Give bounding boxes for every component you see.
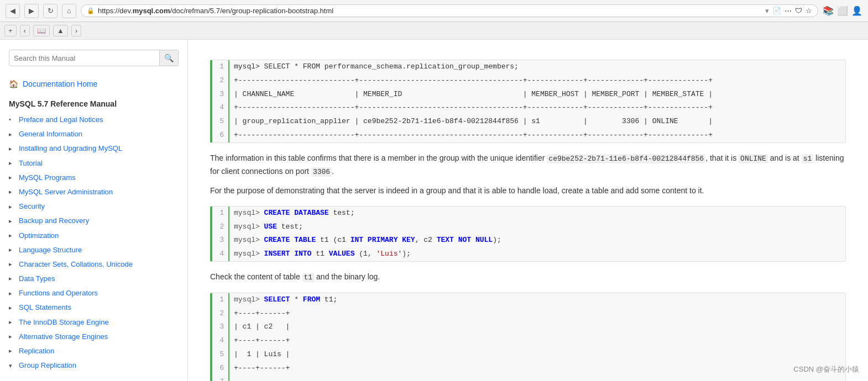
code-line: 4mysql> INSERT INTO t1 VALUES (1, 'Luis'… bbox=[212, 247, 845, 261]
code-line: 6+----+------+ bbox=[212, 362, 845, 375]
nav-item-label: The InnoDB Storage Engine bbox=[19, 318, 109, 327]
line-number: 1 bbox=[212, 60, 229, 74]
nav-item-label: Data Types bbox=[19, 274, 55, 284]
nav-item-label: Functions and Operators bbox=[19, 288, 98, 298]
code-block-3: 1mysql> SELECT * FROM t1;2+----+------+3… bbox=[210, 293, 846, 381]
nav-item-label: Language Structure bbox=[19, 245, 82, 255]
sidebar-nav-item[interactable]: SQL Statements bbox=[0, 300, 187, 315]
toolbar-forward-button[interactable]: › bbox=[71, 25, 81, 36]
profile-icon[interactable]: 👤 bbox=[851, 6, 862, 16]
code-block-2: 1mysql> CREATE DATABASE test;2mysql> USE… bbox=[210, 206, 846, 262]
search-input[interactable] bbox=[9, 51, 159, 66]
line-number: 4 bbox=[212, 101, 229, 115]
code-text: +----+------+ bbox=[229, 307, 845, 321]
chevron-down-icon: ▾ bbox=[765, 7, 769, 15]
sidebar-nav-item[interactable]: Installing and Upgrading MySQL bbox=[0, 141, 187, 156]
url-text: https://dev.mysql.com/doc/refman/5.7/en/… bbox=[98, 7, 762, 15]
browser-chrome: ◀ ▶ ↻ ⌂ 🔒 https://dev.mysql.com/doc/refm… bbox=[0, 0, 868, 22]
line-number: 6 bbox=[212, 362, 229, 375]
code-table-3: 1mysql> SELECT * FROM t1;2+----+------+3… bbox=[212, 293, 845, 381]
menu-dots-icon[interactable]: ⋯ bbox=[785, 7, 792, 15]
reader-icon[interactable]: 📄 bbox=[772, 7, 781, 15]
nav-item-label: MySQL Programs bbox=[19, 173, 76, 183]
sidebar-nav-item[interactable]: Character Sets, Collations, Unicode bbox=[0, 257, 187, 272]
line-number: 5 bbox=[212, 115, 229, 129]
nav-arrow-icon bbox=[9, 332, 15, 341]
para-1-mid: , that it is bbox=[705, 154, 739, 162]
nav-arrow-icon bbox=[9, 274, 15, 283]
sidebar-nav-item[interactable]: The InnoDB Storage Engine bbox=[0, 315, 187, 330]
toolbar-up-button[interactable]: ▲ bbox=[53, 25, 68, 36]
code-line: 2mysql> USE test; bbox=[212, 220, 845, 234]
window-icon[interactable]: ⬜ bbox=[837, 6, 848, 16]
nav-item-label: Group Replication bbox=[19, 361, 76, 371]
line-number: 6 bbox=[212, 129, 229, 142]
sidebar-nav-item[interactable]: Tutorial bbox=[0, 156, 187, 171]
bookmark-icon[interactable]: ☆ bbox=[806, 7, 812, 15]
code-line: 5| 1 | Luis | bbox=[212, 348, 845, 362]
line-number: 1 bbox=[212, 207, 229, 220]
doc-home-link[interactable]: 🏠 Documentation Home bbox=[0, 75, 187, 93]
para-1-code2: ONLINE bbox=[739, 154, 768, 163]
line-number: 2 bbox=[212, 74, 229, 88]
sidebar-nav-item[interactable]: Backup and Recovery bbox=[0, 214, 187, 228]
bookmarks-icon[interactable]: 📚 bbox=[823, 6, 834, 16]
sidebar-nav-item[interactable]: Security bbox=[0, 199, 187, 214]
code-text: +---------------------------+-----------… bbox=[229, 101, 845, 115]
sidebar: 🔍 🏠 Documentation Home MySQL 5.7 Referen… bbox=[0, 40, 188, 381]
para-3-pre: Check the content of table bbox=[210, 272, 302, 281]
search-button[interactable]: 🔍 bbox=[159, 50, 178, 66]
home-button[interactable]: ⌂ bbox=[62, 4, 76, 18]
code-text: mysql> SELECT * FROM performance_schema.… bbox=[229, 60, 845, 74]
sidebar-nav-item[interactable]: Replication bbox=[0, 344, 187, 358]
code-text bbox=[229, 375, 845, 381]
sidebar-nav-item[interactable]: Data Types bbox=[0, 272, 187, 286]
nav-arrow-icon bbox=[9, 188, 15, 196]
line-number: 3 bbox=[212, 88, 229, 102]
paragraph-3: Check the content of table t1 and the bi… bbox=[210, 271, 846, 284]
nav-arrow-icon bbox=[9, 115, 15, 124]
sidebar-nav-item[interactable]: General Information bbox=[0, 127, 187, 141]
sidebar-nav-item[interactable]: Preface and Legal Notices bbox=[0, 113, 187, 127]
code-text: mysql> CREATE TABLE t1 (c1 INT PRIMARY K… bbox=[229, 234, 845, 247]
code-text: mysql> INSERT INTO t1 VALUES (1, 'Luis')… bbox=[229, 247, 845, 261]
sidebar-nav-item[interactable]: MySQL Server Administration bbox=[0, 185, 187, 199]
paragraph-2: For the purpose of demonstrating that th… bbox=[210, 184, 846, 197]
nav-arrow-icon bbox=[9, 318, 15, 326]
code-line: 3| CHANNEL_NAME | MEMBER_ID | MEMBER_HOS… bbox=[212, 88, 845, 102]
back-button[interactable]: ◀ bbox=[6, 4, 20, 18]
code-text: | 1 | Luis | bbox=[229, 348, 845, 362]
code-line: 1mysql> SELECT * FROM t1; bbox=[212, 293, 845, 307]
line-number: 4 bbox=[212, 334, 229, 348]
code-text: | group_replication_applier | ce9be252-2… bbox=[229, 115, 845, 129]
sidebar-nav-item[interactable]: Functions and Operators bbox=[0, 286, 187, 300]
forward-button[interactable]: ▶ bbox=[24, 4, 39, 18]
sidebar-nav-item[interactable]: Group Replication bbox=[0, 358, 187, 373]
line-number: 2 bbox=[212, 220, 229, 234]
sidebar-nav-item[interactable]: Language Structure bbox=[0, 243, 187, 257]
sidebar-nav-item[interactable]: MySQL Programs bbox=[0, 171, 187, 185]
doc-home-label: Documentation Home bbox=[23, 80, 97, 88]
lock-icon: 🔒 bbox=[87, 7, 95, 14]
nav-item-label: SQL Statements bbox=[19, 303, 71, 313]
sidebar-nav-item[interactable]: Optimization bbox=[0, 229, 187, 243]
home-icon: 🏠 bbox=[9, 80, 18, 88]
para-1-end: and is at bbox=[768, 154, 802, 162]
code-text: mysql> CREATE DATABASE test; bbox=[229, 207, 845, 220]
reload-button[interactable]: ↻ bbox=[43, 4, 57, 18]
nav-arrow-icon bbox=[9, 260, 15, 268]
code-line: 1mysql> CREATE DATABASE test; bbox=[212, 207, 845, 220]
search-box[interactable]: 🔍 bbox=[9, 50, 179, 66]
code-text: mysql> USE test; bbox=[229, 220, 845, 234]
toolbar-back-button[interactable]: ‹ bbox=[20, 25, 30, 36]
nav-arrow-icon bbox=[9, 159, 15, 167]
sidebar-nav-item[interactable]: Alternative Storage Engines bbox=[0, 330, 187, 344]
nav-arrow-icon bbox=[9, 217, 15, 225]
line-number: 3 bbox=[212, 320, 229, 334]
code-line: 2+---------------------------+----------… bbox=[212, 74, 845, 88]
toolbar-book-icon[interactable]: 📖 bbox=[33, 25, 50, 36]
nav-arrow-icon bbox=[9, 231, 15, 240]
paragraph-1: The information in this table confirms t… bbox=[210, 152, 846, 178]
pin-button[interactable]: + bbox=[4, 25, 17, 36]
content-area: 1mysql> SELECT * FROM performance_schema… bbox=[188, 40, 868, 381]
